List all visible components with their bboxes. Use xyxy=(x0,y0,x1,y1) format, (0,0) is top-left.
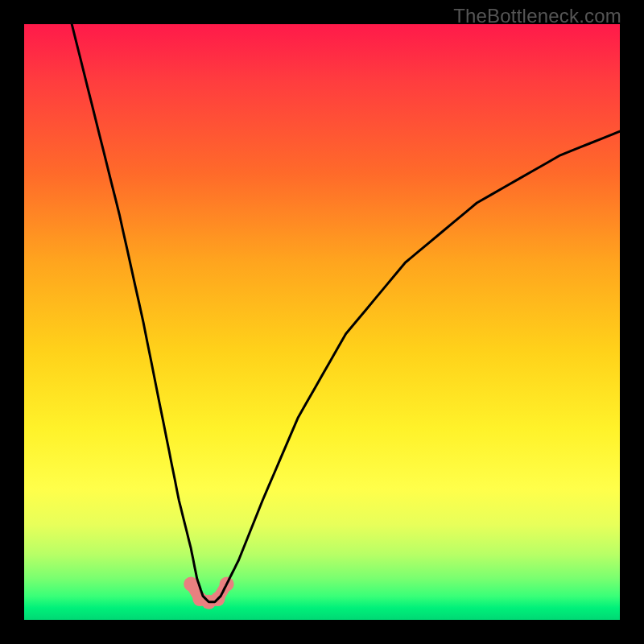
gradient-plot-area xyxy=(24,24,620,620)
chart-frame: TheBottleneck.com xyxy=(0,0,644,644)
bottleneck-curve xyxy=(72,24,620,602)
curve-svg xyxy=(24,24,620,620)
